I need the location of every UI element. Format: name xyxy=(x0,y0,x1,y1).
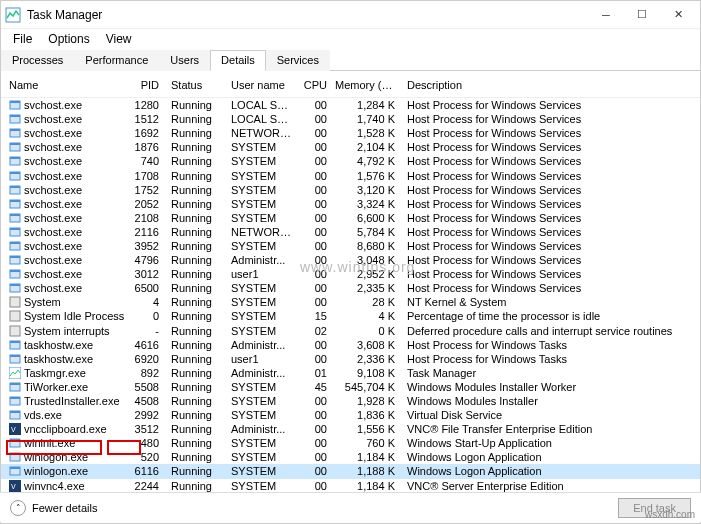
table-row[interactable]: taskhostw.exe4616RunningAdministr...003,… xyxy=(1,338,700,352)
process-cpu: 00 xyxy=(297,155,331,167)
col-user[interactable]: User name xyxy=(225,77,297,93)
process-memory: 1,184 K xyxy=(331,451,399,463)
table-row[interactable]: svchost.exe2108RunningSYSTEM006,600 KHos… xyxy=(1,211,700,225)
table-row[interactable]: TiWorker.exe5508RunningSYSTEM45545,704 K… xyxy=(1,380,700,394)
table-row[interactable]: svchost.exe1708RunningSYSTEM001,576 KHos… xyxy=(1,168,700,182)
process-icon xyxy=(9,465,21,477)
process-description: NT Kernel & System xyxy=(399,296,696,308)
tab-processes[interactable]: Processes xyxy=(1,50,74,71)
table-row[interactable]: svchost.exe1692RunningNETWORK...001,528 … xyxy=(1,126,700,140)
process-status: Running xyxy=(163,184,225,196)
table-row[interactable]: svchost.exe2116RunningNETWORK...005,784 … xyxy=(1,225,700,239)
col-pid[interactable]: PID xyxy=(125,77,163,93)
menu-options[interactable]: Options xyxy=(40,30,97,48)
process-status: Running xyxy=(163,465,225,477)
process-icon xyxy=(9,409,21,421)
svg-rect-6 xyxy=(10,129,20,131)
table-row[interactable]: svchost.exe3952RunningSYSTEM008,680 KHos… xyxy=(1,239,700,253)
end-task-button[interactable]: End task xyxy=(618,498,691,518)
close-button[interactable]: ✕ xyxy=(660,1,696,29)
process-memory: 1,556 K xyxy=(331,423,399,435)
process-user: SYSTEM xyxy=(225,381,297,393)
table-row[interactable]: svchost.exe2052RunningSYSTEM003,324 KHos… xyxy=(1,197,700,211)
process-status: Running xyxy=(163,113,225,125)
process-icon xyxy=(9,310,21,322)
col-description[interactable]: Description xyxy=(399,77,696,93)
col-memory[interactable]: Memory (p... xyxy=(331,77,399,93)
svg-rect-4 xyxy=(10,115,20,117)
col-status[interactable]: Status xyxy=(163,77,225,93)
process-name: svchost.exe xyxy=(24,212,82,224)
process-memory: 1,284 K xyxy=(331,99,399,111)
process-name: svchost.exe xyxy=(24,254,82,266)
table-row[interactable]: svchost.exe740RunningSYSTEM004,792 KHost… xyxy=(1,154,700,168)
process-description: Host Process for Windows Services xyxy=(399,99,696,111)
process-status: Running xyxy=(163,409,225,421)
table-row[interactable]: wininit.exe480RunningSYSTEM00760 KWindow… xyxy=(1,436,700,450)
table-row[interactable]: svchost.exe6500RunningSYSTEM002,335 KHos… xyxy=(1,281,700,295)
table-row[interactable]: System4RunningSYSTEM0028 KNT Kernel & Sy… xyxy=(1,295,700,309)
table-row[interactable]: Taskmgr.exe892RunningAdministr...019,108… xyxy=(1,366,700,380)
process-description: Host Process for Windows Services xyxy=(399,254,696,266)
process-icon xyxy=(9,339,21,351)
minimize-button[interactable]: ─ xyxy=(588,1,624,29)
table-row[interactable]: Vvncclipboard.exe3512RunningAdministr...… xyxy=(1,422,700,436)
process-cpu: 00 xyxy=(297,254,331,266)
table-row[interactable]: svchost.exe1752RunningSYSTEM003,120 KHos… xyxy=(1,183,700,197)
process-memory: 4 K xyxy=(331,310,399,322)
svg-rect-42 xyxy=(10,411,20,413)
process-cpu: 00 xyxy=(297,423,331,435)
process-status: Running xyxy=(163,437,225,449)
process-pid: 0 xyxy=(125,310,163,322)
table-row[interactable]: System interrupts-RunningSYSTEM020 KDefe… xyxy=(1,324,700,338)
process-description: Windows Logon Application xyxy=(399,451,696,463)
table-row[interactable]: Vwinvnc4.exe2244RunningSYSTEM001,184 KVN… xyxy=(1,479,700,493)
table-row[interactable]: svchost.exe1876RunningSYSTEM002,104 KHos… xyxy=(1,140,700,154)
tab-services[interactable]: Services xyxy=(266,50,330,71)
process-user: Administr... xyxy=(225,254,297,266)
col-name[interactable]: Name xyxy=(5,77,125,93)
tab-users[interactable]: Users xyxy=(159,50,210,71)
table-row[interactable]: winlogon.exe520RunningSYSTEM001,184 KWin… xyxy=(1,450,700,464)
process-pid: 740 xyxy=(125,155,163,167)
chevron-up-icon: ˄ xyxy=(10,500,26,516)
process-name: wininit.exe xyxy=(24,437,75,449)
process-status: Running xyxy=(163,226,225,238)
svg-rect-18 xyxy=(10,214,20,216)
tabs: ProcessesPerformanceUsersDetailsServices xyxy=(1,49,700,71)
process-description: Host Process for Windows Services xyxy=(399,282,696,294)
process-icon xyxy=(9,99,21,111)
svg-rect-10 xyxy=(10,157,20,159)
process-memory: 9,108 K xyxy=(331,367,399,379)
process-pid: 1692 xyxy=(125,127,163,139)
table-row[interactable]: System Idle Process0RunningSYSTEM154 KPe… xyxy=(1,309,700,323)
table-row[interactable]: svchost.exe4796RunningAdministr...003,04… xyxy=(1,253,700,267)
maximize-button[interactable]: ☐ xyxy=(624,1,660,29)
table-row[interactable]: vds.exe2992RunningSYSTEM001,836 KVirtual… xyxy=(1,408,700,422)
table-row[interactable]: svchost.exe3012Runninguser1002,952 KHost… xyxy=(1,267,700,281)
menu-view[interactable]: View xyxy=(98,30,140,48)
menu-file[interactable]: File xyxy=(5,30,40,48)
process-status: Running xyxy=(163,423,225,435)
footer: ˄ Fewer details End task xyxy=(0,492,701,522)
process-memory: 3,048 K xyxy=(331,254,399,266)
process-list[interactable]: svchost.exe1280RunningLOCAL SE...001,284… xyxy=(1,98,700,493)
process-user: SYSTEM xyxy=(225,198,297,210)
process-name: taskhostw.exe xyxy=(24,353,93,365)
process-name: svchost.exe xyxy=(24,155,82,167)
col-cpu[interactable]: CPU xyxy=(297,77,331,93)
process-description: Host Process for Windows Services xyxy=(399,240,696,252)
process-pid: 1708 xyxy=(125,170,163,182)
table-row[interactable]: svchost.exe1512RunningLOCAL SE...001,740… xyxy=(1,112,700,126)
process-pid: 2992 xyxy=(125,409,163,421)
process-description: Host Process for Windows Services xyxy=(399,141,696,153)
table-row[interactable]: svchost.exe1280RunningLOCAL SE...001,284… xyxy=(1,98,700,112)
tab-details[interactable]: Details xyxy=(210,50,266,71)
table-row[interactable]: TrustedInstaller.exe4508RunningSYSTEM001… xyxy=(1,394,700,408)
process-cpu: 00 xyxy=(297,184,331,196)
tab-performance[interactable]: Performance xyxy=(74,50,159,71)
table-row[interactable]: winlogon.exe6116RunningSYSTEM001,188 KWi… xyxy=(1,464,700,478)
table-row[interactable]: taskhostw.exe6920Runninguser1002,336 KHo… xyxy=(1,352,700,366)
process-cpu: 00 xyxy=(297,99,331,111)
fewer-details-button[interactable]: ˄ Fewer details xyxy=(10,500,97,516)
